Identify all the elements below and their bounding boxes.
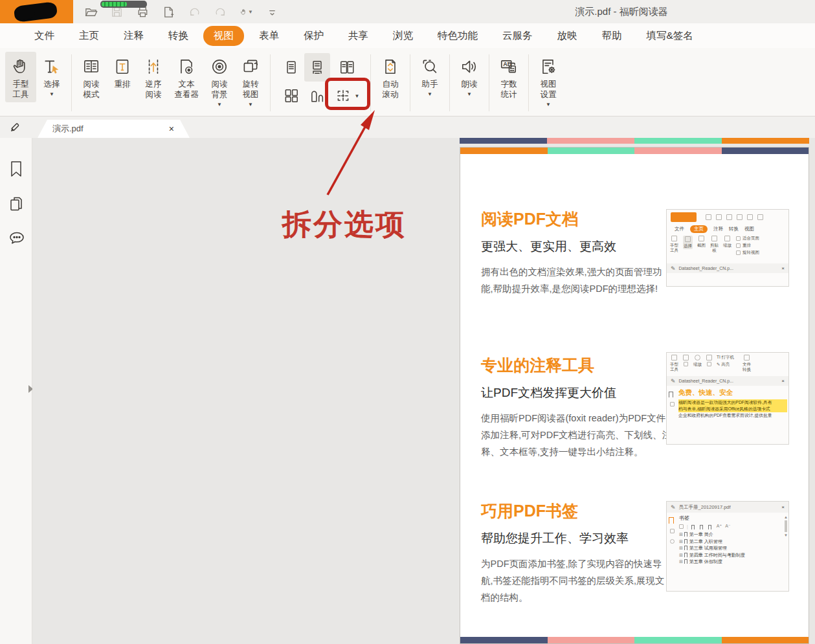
hand-tool-button[interactable]: 手型 工具 (5, 52, 36, 102)
tab-fill-sign[interactable]: 填写&签名 (634, 26, 706, 46)
page-layout-group: ▼ (278, 53, 364, 110)
split-view-button[interactable]: ▼ (330, 82, 364, 110)
tab-cloud[interactable]: 云服务 (490, 26, 545, 46)
mini-tab: 文件 (675, 226, 684, 232)
tab-features[interactable]: 特色功能 (425, 26, 490, 46)
undo-icon[interactable] (188, 5, 201, 19)
mini-doc-tab: ✎Datasheet_Reader_CN.p...× (667, 263, 788, 273)
mini-logo (671, 212, 697, 222)
mini-panel-title: 书签 (679, 515, 782, 522)
view-settings-button[interactable]: 视图 设置 ▼ (533, 52, 564, 110)
select-text-icon (42, 54, 61, 79)
mini-tab-active: 主页 (690, 225, 708, 233)
hand-gesture-caret: ▼ (248, 9, 253, 15)
document-tab-strip: 演示.pdf × (0, 117, 815, 138)
separate-cover-layout-button[interactable] (304, 82, 330, 110)
mini-tab: 注释 (713, 226, 723, 232)
word-count-icon: AB (499, 54, 519, 79)
tab-help[interactable]: 帮助 (590, 26, 634, 46)
hand-gesture-icon[interactable]: ▼ (240, 5, 253, 19)
tab-view[interactable]: 视图 (203, 26, 244, 46)
reading-mode-icon (82, 54, 101, 79)
new-document-icon[interactable] (162, 5, 175, 19)
foxit-reader-window: ▼ 演示.pdf - 福昕阅读器 文件 主页 注释 转换 视图 表单 保护 共享… (0, 0, 815, 644)
continuous-facing-layout-button[interactable] (278, 82, 304, 110)
section-read-pdf: 阅读PDF文档 更强大、更实用、更高效 拥有出色的文档渲染效果,强大的页面管理功… (481, 208, 675, 297)
reading-background-icon (210, 54, 229, 79)
customize-qat-icon[interactable] (265, 5, 279, 19)
auto-scroll-button[interactable]: 自动 滚动 (375, 52, 406, 102)
reverse-reading-button[interactable]: 逆序 阅读 (138, 52, 169, 102)
facing-layout-button[interactable] (330, 53, 364, 82)
view-settings-caret: ▼ (546, 102, 551, 107)
tab-file[interactable]: 文件 (22, 26, 67, 46)
assistant-icon (420, 54, 440, 79)
toolbar-separator (370, 54, 371, 111)
previous-page-bottom-bar (460, 138, 809, 144)
document-tab-label: 演示.pdf (38, 123, 169, 135)
mini-tab: 转换 (729, 226, 739, 232)
section-bookmarks: 巧用PDF书签 帮助您提升工作、学习效率 为PDF页面添加书签,除了实现内容的快… (481, 500, 675, 606)
reverse-reading-label: 逆序 阅读 (146, 79, 162, 100)
redo-icon[interactable] (214, 5, 227, 19)
pages-panel-icon[interactable] (8, 195, 25, 216)
tab-convert[interactable]: 转换 (156, 26, 201, 46)
screenshot-thumb-annotate: 手型 工具 缩放 TI 打字机 ✎ 高亮 文件 转换 ✎Datasheet_Re… (666, 352, 789, 445)
section-subtitle: 帮助您提升工作、学习效率 (481, 530, 675, 547)
tab-home[interactable]: 主页 (67, 26, 111, 46)
rotate-view-icon (241, 54, 260, 79)
tab-protect[interactable]: 保护 (291, 26, 336, 46)
word-count-button[interactable]: AB 字数 统计 (493, 52, 524, 102)
section-body: 拥有出色的文档渲染效果,强大的页面管理功能,帮助提升效率,是您阅读PDF的理想选… (481, 263, 674, 297)
ribbon-tab-bar: 文件 主页 注释 转换 视图 表单 保护 共享 浏览 特色功能 云服务 放映 帮… (0, 23, 815, 48)
toolbar-separator (528, 54, 529, 111)
mini-doc-tab: ✎员工手册_20120917.pdf× (667, 502, 788, 513)
assistant-label: 助手 (422, 79, 438, 89)
open-folder-icon[interactable] (84, 5, 98, 19)
window-title: 演示.pdf - 福昕阅读器 (447, 6, 796, 18)
reading-background-label: 阅读 背景 (212, 79, 228, 100)
assistant-button[interactable]: 助手 ▼ (414, 52, 445, 100)
tab-comment[interactable]: 注释 (111, 26, 156, 46)
reflow-button[interactable]: 重排 (107, 52, 138, 92)
tab-close-icon[interactable]: × (169, 124, 190, 134)
text-viewer-icon (177, 54, 196, 79)
tab-browse[interactable]: 浏览 (381, 26, 425, 46)
document-tab[interactable]: 演示.pdf × (38, 120, 190, 138)
page-top-color-bar (460, 148, 809, 154)
view-toolbar: 手型 工具 选择 ▼ 阅读 模式 重排 逆序 阅读 文本 查看器 阅读 背景 ▼ (0, 48, 815, 117)
reverse-reading-icon (144, 54, 163, 79)
toolbar-separator (270, 54, 271, 111)
text-viewer-button[interactable]: 文本 查看器 (169, 52, 204, 102)
section-body: 为PDF页面添加书签,除了实现内容的快速导航,书签还能指明不同书签的层级关系,展… (481, 555, 674, 606)
select-button[interactable]: 选择 ▼ (36, 52, 67, 100)
tab-slideshow[interactable]: 放映 (545, 26, 590, 46)
reflow-icon (113, 54, 132, 79)
section-title: 阅读PDF文档 (481, 208, 675, 230)
read-aloud-button[interactable]: 朗读 ▼ (454, 52, 485, 100)
split-icon (335, 88, 352, 104)
read-aloud-caret: ▼ (467, 91, 472, 97)
continuous-layout-button[interactable] (304, 53, 330, 82)
tab-share[interactable]: 共享 (336, 26, 381, 46)
rotate-view-button[interactable]: 旋转 视图 ▼ (235, 52, 266, 110)
section-title: 巧用PDF书签 (481, 500, 675, 522)
reading-background-button[interactable]: 阅读 背景 ▼ (204, 52, 235, 110)
section-annotation-tools: 专业的注释工具 让PDF文档发挥更大价值 使用福昕PDF阅读器(foxit re… (481, 355, 675, 460)
document-canvas[interactable]: 阅读PDF文档 更强大、更实用、更高效 拥有出色的文档渲染效果,强大的页面管理功… (32, 138, 815, 644)
bookmarks-panel-icon[interactable] (8, 159, 25, 181)
comments-panel-icon[interactable] (8, 230, 26, 250)
navigation-sidebar (0, 138, 32, 644)
edit-pencil-icon[interactable] (7, 120, 22, 137)
single-page-layout-button[interactable] (278, 53, 304, 82)
reading-mode-button[interactable]: 阅读 模式 (76, 52, 107, 102)
recording-battery-indicator (100, 1, 147, 8)
read-aloud-icon (460, 54, 479, 79)
tab-form[interactable]: 表单 (247, 26, 291, 46)
hand-tool-label: 手型 工具 (13, 79, 29, 100)
reading-background-caret: ▼ (217, 102, 222, 107)
split-caret[interactable]: ▼ (355, 93, 360, 99)
word-count-label: 字数 统计 (501, 79, 517, 100)
rotate-view-caret: ▼ (248, 102, 253, 107)
hand-icon (11, 54, 30, 79)
